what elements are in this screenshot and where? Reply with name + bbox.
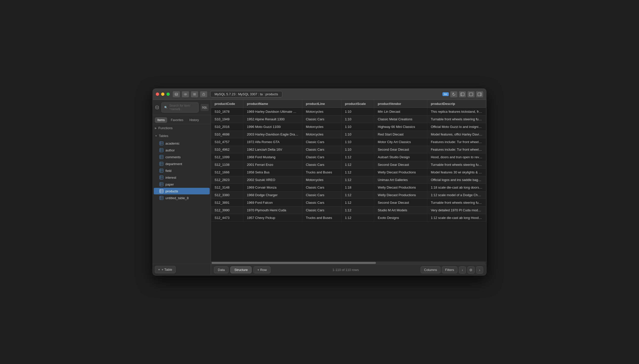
sidebar-item-products[interactable]: products <box>154 188 210 194</box>
col-header-productLine[interactable]: productLine <box>302 100 342 108</box>
cell-14-3[interactable]: 1:12 <box>341 214 374 222</box>
eye-icon[interactable] <box>182 91 189 97</box>
sidebar-item-academic[interactable]: academic <box>154 140 210 147</box>
table-row[interactable]: S10_16781969 Harley Davidson Ultimate Ch… <box>211 108 486 116</box>
cell-9-0[interactable]: S12_2823 <box>211 176 243 184</box>
table-row[interactable]: S12_10991968 Ford MustangClassic Cars1:1… <box>211 153 486 161</box>
cell-12-1[interactable]: 1969 Ford Falcon <box>243 199 302 207</box>
cell-3-2[interactable]: Motorcycles <box>302 131 342 138</box>
cell-12-4[interactable]: Second Gear Diecast <box>374 199 427 207</box>
table-row[interactable]: S12_33801968 Dodge ChargerClassic Cars1:… <box>211 191 486 199</box>
sidebar-item-field[interactable]: field <box>154 167 210 174</box>
cell-6-0[interactable]: S12_1099 <box>211 153 243 161</box>
cell-8-0[interactable]: S12_1666 <box>211 169 243 176</box>
table-row[interactable]: S10_46982003 Harley-Davidson Eagle Drag … <box>211 131 486 138</box>
cell-11-4[interactable]: Welly Diecast Productions <box>374 191 427 199</box>
table-row[interactable]: S12_39901970 Plymouth Hemi CudaClassic C… <box>211 207 486 214</box>
cell-4-1[interactable]: 1972 Alfa Romeo GTA <box>243 138 302 146</box>
table-row[interactable]: S12_11082001 Ferrari EnzoClassic Cars1:1… <box>211 161 486 169</box>
columns-button[interactable]: Columns <box>421 266 440 273</box>
cell-1-4[interactable]: Classic Metal Creations <box>374 116 427 123</box>
table-row[interactable]: S12_38911969 Ford FalconClassic Cars1:12… <box>211 199 486 207</box>
table-container[interactable]: productCode productName productLine prod… <box>211 100 486 261</box>
cell-12-2[interactable]: Classic Cars <box>302 199 342 207</box>
cell-7-1[interactable]: 2001 Ferrari Enzo <box>243 161 302 169</box>
structure-tab-button[interactable]: Structure <box>230 266 251 273</box>
table-row[interactable]: S12_28232002 Suzuki XREOMotorcycles1:12U… <box>211 176 486 184</box>
cell-4-4[interactable]: Motor City Art Classics <box>374 138 427 146</box>
sidebar-item-comments[interactable]: comments <box>154 154 210 160</box>
cell-1-1[interactable]: 1952 Alpine Renault 1300 <box>243 116 302 123</box>
col-header-productCode[interactable]: productCode <box>211 100 243 108</box>
cell-0-5[interactable]: This replica features kickstand, front s… <box>427 108 486 116</box>
cell-5-1[interactable]: 1962 LanciaA Delta 16V <box>243 146 302 153</box>
lock-icon[interactable] <box>200 91 207 97</box>
cell-7-4[interactable]: Second Gear Diecast <box>374 161 427 169</box>
search-bar[interactable]: 🔍 Search for item: ^name$... <box>161 102 199 112</box>
settings-button[interactable]: ⚙ <box>467 266 475 274</box>
col-header-productDescrip[interactable]: productDescrip <box>427 100 486 108</box>
cell-6-2[interactable]: Classic Cars <box>302 153 342 161</box>
cell-12-5[interactable]: Turnable front wheels steering function;… <box>427 199 486 207</box>
cell-0-1[interactable]: 1969 Harley Davidson Ultimate Chopper <box>243 108 302 116</box>
cell-8-5[interactable]: Model features 30 wi skylights & glare r… <box>427 169 486 176</box>
cell-4-2[interactable]: Classic Cars <box>302 138 342 146</box>
cell-14-1[interactable]: 1957 Chevy Pickup <box>243 214 302 222</box>
cell-2-3[interactable]: 1:10 <box>341 123 374 131</box>
table-row[interactable]: S10_19491952 Alpine Renault 1300Classic … <box>211 116 486 123</box>
cell-10-4[interactable]: Welly Diecast Productions <box>374 184 427 191</box>
sidebar-db-icon[interactable] <box>155 104 159 111</box>
data-tab-button[interactable]: Data <box>214 266 228 273</box>
cell-13-5[interactable]: Very detailed 1970 Pl Cuda model in 1:12… <box>427 207 486 214</box>
cell-14-4[interactable]: Exoto Designs <box>374 214 427 222</box>
table-row[interactable]: S12_44731957 Chevy PickupTrucks and Buse… <box>211 214 486 222</box>
col-header-productName[interactable]: productName <box>243 100 302 108</box>
cell-0-4[interactable]: Min Lin Diecast <box>374 108 427 116</box>
cell-9-4[interactable]: Unimax Art Galleries <box>374 176 427 184</box>
add-row-button[interactable]: + Row <box>253 266 270 273</box>
minimize-button[interactable] <box>161 93 164 96</box>
cell-4-3[interactable]: 1:10 <box>341 138 374 146</box>
table-row[interactable]: S10_47571972 Alfa Romeo GTAClassic Cars1… <box>211 138 486 146</box>
cell-5-2[interactable]: Classic Cars <box>302 146 342 153</box>
tab-favorites[interactable]: Favorites <box>168 117 186 123</box>
col-header-productVendor[interactable]: productVendor <box>374 100 427 108</box>
cell-11-2[interactable]: Classic Cars <box>302 191 342 199</box>
cell-0-0[interactable]: S10_1678 <box>211 108 243 116</box>
cell-2-4[interactable]: Highway 66 Mini Classics <box>374 123 427 131</box>
table-row[interactable]: S12_16661958 Setra BusTrucks and Buses1:… <box>211 169 486 176</box>
cell-1-3[interactable]: 1:10 <box>341 116 374 123</box>
cell-9-5[interactable]: Official logos and ins saddle bags locat… <box>427 176 486 184</box>
cell-14-2[interactable]: Trucks and Buses <box>302 214 342 222</box>
cell-11-5[interactable]: 1:12 scale model of a Dodge Charger. Hoo… <box>427 191 486 199</box>
cell-2-2[interactable]: Motorcycles <box>302 123 342 131</box>
table-row[interactable]: S10_20161996 Moto Guzzi 1100iMotorcycles… <box>211 123 486 131</box>
cell-9-3[interactable]: 1:12 <box>341 176 374 184</box>
close-button[interactable] <box>156 93 159 96</box>
cell-8-3[interactable]: 1:12 <box>341 169 374 176</box>
menu-icon[interactable] <box>191 91 198 97</box>
cell-0-2[interactable]: Motorcycles <box>302 108 342 116</box>
cell-3-4[interactable]: Red Start Diecast <box>374 131 427 138</box>
cell-11-1[interactable]: 1968 Dodge Charger <box>243 191 302 199</box>
cell-3-0[interactable]: S10_4698 <box>211 131 243 138</box>
nav-next-button[interactable]: › <box>476 266 483 274</box>
cell-6-3[interactable]: 1:12 <box>341 153 374 161</box>
sidebar-item-untitled[interactable]: untitled_table_8 <box>154 195 210 201</box>
cell-5-5[interactable]: Features include: Tur front wheels; stee… <box>427 146 486 153</box>
col-header-productScale[interactable]: productScale <box>341 100 374 108</box>
cell-13-3[interactable]: 1:12 <box>341 207 374 214</box>
cell-11-0[interactable]: S12_3380 <box>211 191 243 199</box>
functions-header[interactable]: ▶ Functions <box>153 125 211 131</box>
cell-0-3[interactable]: 1:10 <box>341 108 374 116</box>
maximize-button[interactable] <box>166 93 170 96</box>
tab-items[interactable]: Items <box>155 117 167 123</box>
sidebar-item-author[interactable]: author <box>154 147 210 153</box>
cell-9-1[interactable]: 2002 Suzuki XREO <box>243 176 302 184</box>
cell-3-5[interactable]: Model features, offici Harley Davidson l… <box>427 131 486 138</box>
cell-10-5[interactable]: 1:18 scale die-cast ab long doors open, … <box>427 184 486 191</box>
refresh-button[interactable] <box>450 91 457 97</box>
cell-7-3[interactable]: 1:12 <box>341 161 374 169</box>
cell-13-2[interactable]: Classic Cars <box>302 207 342 214</box>
cell-12-0[interactable]: S12_3891 <box>211 199 243 207</box>
